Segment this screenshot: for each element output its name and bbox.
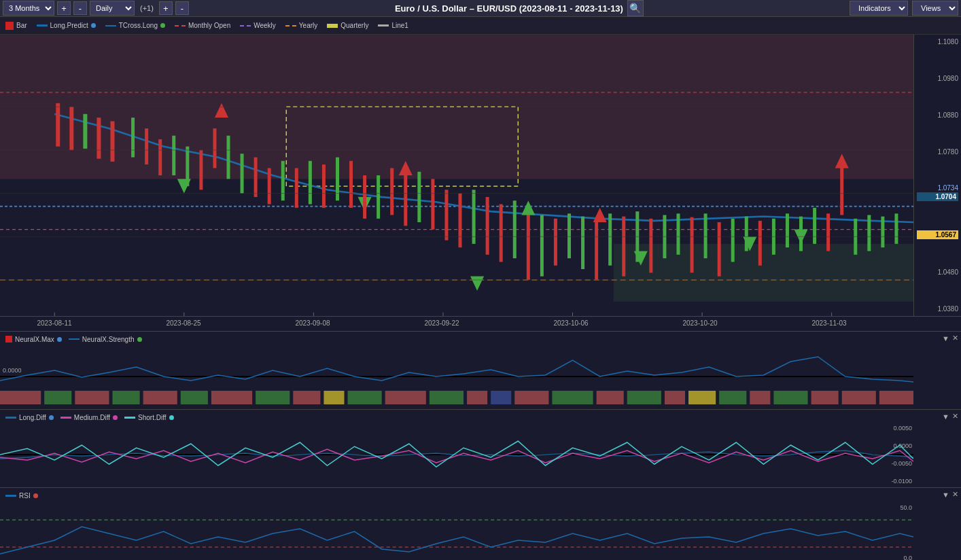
- arrow-down-3: [593, 208, 607, 222]
- nb-4: [112, 391, 139, 404]
- main-chart: 1.1080 1.0980 1.0880 1.0780 1.0734 1.070…: [0, 35, 961, 317]
- nb-23: [750, 391, 770, 404]
- search-btn[interactable]: 🔍: [627, 0, 644, 16]
- timeframe-select[interactable]: Daily 1 Hour Weekly: [90, 1, 135, 16]
- rsi-plot: 50.0 0.0: [0, 503, 961, 560]
- period-select[interactable]: 3 Months 1 Week 1 Month 6 Months: [3, 1, 54, 16]
- nb-24: [773, 391, 807, 404]
- line1-color: [378, 24, 389, 27]
- nb-20: [665, 391, 685, 404]
- rsi-legend: RSI: [0, 488, 961, 503]
- nb-6: [181, 391, 208, 404]
- mediumdiff-dot: [113, 415, 118, 420]
- longdiff-legend: Long.Diff: [5, 414, 54, 421]
- time-axis: 2023-08-11 2023-08-25 2023-09-08 2023-09…: [0, 317, 961, 332]
- date-4: 2023-09-22: [424, 319, 459, 327]
- neurax-panel: NeuralX.Max NeuralX.Strength ▼ ✕ 0.0000: [0, 332, 961, 410]
- chart-plot-area: [0, 35, 913, 316]
- longpredict-color: [37, 24, 48, 27]
- date-6: 2023-10-20: [682, 319, 717, 327]
- neurax-max-legend: NeuralX.Max: [5, 336, 62, 343]
- legend-quarterly: Quarterly: [327, 22, 368, 29]
- price-1080c: 1.0880: [917, 111, 958, 119]
- nb-16: [514, 391, 548, 404]
- rsi-svg: [0, 503, 913, 560]
- mediumdiff-line: [0, 449, 913, 463]
- arrow-up-7: [521, 200, 535, 215]
- plus1-label: (+1): [137, 4, 156, 12]
- nb-25: [811, 391, 839, 404]
- date-3: 2023-09-08: [295, 319, 330, 327]
- nb-10: [324, 391, 344, 404]
- period-add-btn[interactable]: +: [57, 1, 71, 15]
- rsi-legend-item: RSI: [5, 492, 38, 500]
- neurax-max-color: [5, 336, 12, 343]
- legend-monthlyopen: Monthly Open: [175, 22, 230, 29]
- weekly-color: [240, 25, 251, 27]
- nb-21: [688, 391, 716, 404]
- neurax-legend: NeuralX.Max NeuralX.Strength: [0, 332, 961, 347]
- quarterly-color: [327, 24, 338, 28]
- price-1073: 1.0734: [917, 184, 958, 192]
- price-1070: 1.0704: [917, 192, 958, 201]
- longpredict-dot: [91, 23, 96, 28]
- nb-5: [143, 391, 177, 404]
- diff-panel-controls[interactable]: ▼ ✕: [942, 412, 958, 421]
- neurax-max-dot: [57, 337, 62, 342]
- price-1038: 1.0380: [917, 305, 958, 313]
- rsi-panel: RSI ▼ ✕ 50.0 0.0: [0, 488, 961, 560]
- neurax-plot: 0.0000: [0, 347, 961, 406]
- yearly-color: [285, 25, 296, 27]
- shortdiff-color: [124, 417, 135, 419]
- legend-tcrosslong: TCross.Long: [105, 22, 165, 29]
- nb-15: [491, 391, 511, 404]
- price-axis: 1.1080 1.0980 1.0880 1.0780 1.0734 1.070…: [913, 35, 961, 316]
- neurax-strength-legend: NeuralX.Strength: [69, 336, 142, 343]
- neurax-strength-dot: [137, 337, 142, 342]
- nb-19: [627, 391, 661, 404]
- neurax-panel-controls[interactable]: ▼ ✕: [942, 334, 958, 343]
- indicators-select[interactable]: Indicators: [850, 1, 908, 16]
- diff-svg: [0, 425, 913, 485]
- nb-13: [430, 391, 464, 404]
- neurax-strength-color: [69, 338, 80, 340]
- legend-line1: Line1: [378, 22, 408, 29]
- nb-1: [0, 391, 41, 404]
- shortdiff-legend: Short.Diff: [124, 414, 174, 421]
- date-7: 2023-11-03: [811, 319, 846, 327]
- price-1080b: 1.0980: [917, 75, 958, 82]
- date-1: 2023-08-11: [37, 319, 71, 327]
- price-1080: 1.1080: [917, 38, 958, 46]
- legend-weekly: Weekly: [240, 22, 276, 29]
- diff-panel: Long.Diff Medium.Diff Short.Diff ▼ ✕ 0.0…: [0, 410, 961, 488]
- date-2: 2023-08-25: [166, 319, 200, 327]
- date-5: 2023-10-06: [553, 319, 588, 327]
- main-chart-svg: [0, 35, 913, 316]
- views-select[interactable]: Views: [912, 1, 958, 16]
- rsi-dot: [33, 493, 38, 498]
- price-1048: 1.0480: [917, 268, 958, 276]
- chart-legend: Bar Long.Predict TCross.Long Monthly Ope…: [0, 17, 961, 35]
- nb-9: [293, 391, 320, 404]
- arrow-up-3: [470, 277, 484, 291]
- rsi-line: [0, 527, 913, 554]
- nb-12: [385, 391, 426, 404]
- bar-color: [5, 22, 14, 30]
- nb-3: [75, 391, 109, 404]
- shortdiff-dot: [169, 415, 174, 420]
- neurax-svg: [0, 347, 913, 406]
- monthlyopen-color: [175, 25, 186, 27]
- legend-bar: Bar: [5, 22, 27, 30]
- legend-yearly: Yearly: [285, 22, 317, 29]
- nb-7: [211, 391, 252, 404]
- price-1057: 1.0567: [917, 230, 958, 239]
- shift-minus-btn[interactable]: -: [175, 1, 189, 15]
- tcrosslong-color: [105, 25, 116, 27]
- period-remove-btn[interactable]: -: [73, 1, 87, 15]
- nb-26: [842, 391, 876, 404]
- nb-2: [44, 391, 71, 404]
- diff-legend: Long.Diff Medium.Diff Short.Diff: [0, 410, 961, 425]
- diff-plot: 0.0050 0.0000 -0.0050 -0.0100: [0, 425, 961, 485]
- shift-plus-btn[interactable]: +: [159, 1, 173, 15]
- rsi-panel-controls[interactable]: ▼ ✕: [942, 490, 958, 499]
